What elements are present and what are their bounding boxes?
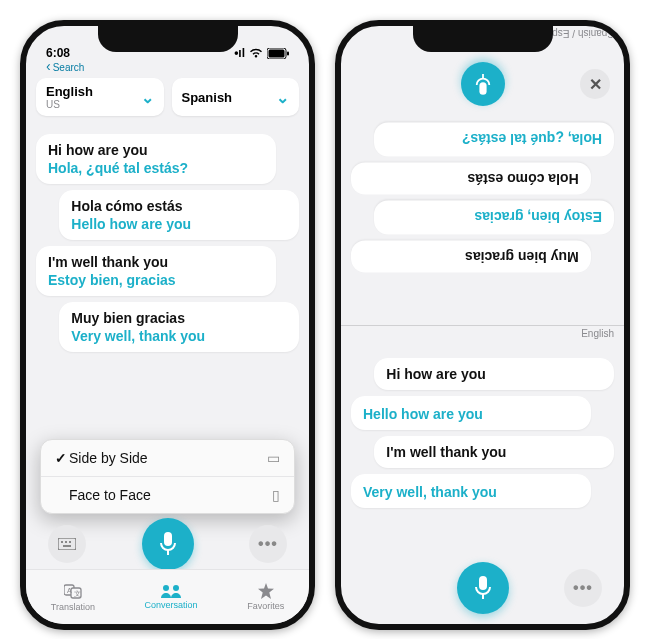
- message-bubble[interactable]: Hello how are you: [351, 396, 591, 430]
- source-lang-name: English: [46, 84, 93, 99]
- svg-rect-18: [479, 576, 487, 590]
- battery-icon: [267, 48, 289, 59]
- translation-icon: A文: [64, 582, 82, 600]
- original-text: Hola cómo estás: [71, 198, 287, 214]
- svg-rect-16: [479, 82, 486, 95]
- target-lang-name: Spanish: [182, 90, 233, 105]
- message-bubble[interactable]: I'm well thank you Estoy bien, gracias: [36, 246, 276, 296]
- translated-text: Hola, ¿qué tal estás?: [48, 160, 264, 176]
- tab-translation[interactable]: A文 Translation: [51, 582, 95, 612]
- view-mode-popup: ✓Side by Side ▭ Face to Face ▯: [40, 439, 295, 514]
- microphone-button[interactable]: [142, 518, 194, 570]
- notch: [98, 26, 238, 52]
- close-button[interactable]: ✕: [580, 69, 610, 99]
- keyboard-button[interactable]: [48, 525, 86, 563]
- message-bubble[interactable]: Hi how are you Hola, ¿qué tal estás?: [36, 134, 276, 184]
- original-text: I'm well thank you: [48, 254, 264, 270]
- popup-item-side-by-side[interactable]: ✓Side by Side ▭: [41, 440, 294, 476]
- svg-point-14: [163, 585, 169, 591]
- conversation-list: Hi how are you Hola, ¿qué tal estás? Hol…: [26, 124, 309, 362]
- phone-right: ✕ Muy bien gracias Estoy bien, gracias H…: [335, 20, 630, 630]
- message-bubble[interactable]: Hi how are you: [374, 358, 614, 390]
- svg-rect-5: [65, 541, 67, 543]
- microphone-button-top[interactable]: [461, 62, 505, 106]
- face-to-face-body: Muy bien gracias Estoy bien, gracias Hol…: [341, 26, 624, 624]
- message-bubble[interactable]: I'm well thank you: [374, 436, 614, 468]
- chevron-down-icon: ⌄: [141, 88, 154, 107]
- target-language-button[interactable]: Spanish ⌄: [172, 78, 300, 116]
- message-bubble[interactable]: Very well, thank you: [351, 474, 591, 508]
- source-lang-region: US: [46, 99, 93, 110]
- svg-rect-4: [61, 541, 63, 543]
- bottom-language-label: English: [581, 328, 614, 339]
- back-search-link[interactable]: Search: [26, 58, 309, 74]
- svg-rect-6: [69, 541, 71, 543]
- message-bubble[interactable]: Estoy bien, gracias: [374, 201, 614, 235]
- original-text: Muy bien gracias: [71, 310, 287, 326]
- tab-conversation[interactable]: Conversation: [145, 584, 198, 610]
- face-to-face-bottom-controls: •••: [341, 562, 624, 614]
- more-button[interactable]: •••: [249, 525, 287, 563]
- svg-text:文: 文: [74, 590, 81, 597]
- svg-rect-3: [58, 538, 76, 550]
- notch: [413, 26, 553, 52]
- side-by-side-icon: ▭: [267, 450, 280, 466]
- translated-text: Hello how are you: [71, 216, 287, 232]
- wifi-icon: [249, 48, 263, 58]
- tab-label: Translation: [51, 602, 95, 612]
- tab-label: Favorites: [247, 601, 284, 611]
- message-bubble[interactable]: Hola cómo estás Hello how are you: [59, 190, 299, 240]
- language-selector-row: English US ⌄ Spanish ⌄: [26, 74, 309, 124]
- checkmark-icon: ✓: [55, 450, 69, 466]
- source-language-button[interactable]: English US ⌄: [36, 78, 164, 116]
- svg-text:A: A: [67, 587, 72, 594]
- original-text: Hi how are you: [48, 142, 264, 158]
- cell-signal-icon: •ıl: [234, 46, 245, 60]
- message-bubble[interactable]: Muy bien gracias: [351, 241, 591, 273]
- message-bubble[interactable]: Hola cómo estás: [351, 163, 591, 195]
- popup-item-face-to-face[interactable]: Face to Face ▯: [41, 476, 294, 513]
- translated-text: Very well, thank you: [71, 328, 287, 344]
- tab-bar: A文 Translation Conversation Favorites: [26, 569, 309, 624]
- more-button[interactable]: •••: [564, 569, 602, 607]
- chevron-down-icon: ⌄: [276, 88, 289, 107]
- translated-text: Estoy bien, gracias: [48, 272, 264, 288]
- message-bubble[interactable]: Hola, ¿qué tal estás?: [374, 123, 614, 157]
- message-bubble[interactable]: Muy bien gracias Very well, thank you: [59, 302, 299, 352]
- svg-rect-8: [164, 532, 172, 546]
- svg-point-15: [173, 585, 179, 591]
- face-to-face-icon: ▯: [272, 487, 280, 503]
- phone-left: 6:08 •ıl Search English US ⌄ Spanish ⌄: [20, 20, 315, 630]
- svg-rect-7: [63, 545, 71, 547]
- microphone-button-bottom[interactable]: [457, 562, 509, 614]
- conversation-icon: [161, 584, 181, 598]
- star-icon: [258, 583, 274, 599]
- tab-favorites[interactable]: Favorites: [247, 583, 284, 611]
- face-to-face-top-controls: ✕: [341, 62, 624, 106]
- svg-rect-2: [287, 51, 289, 55]
- tab-label: Conversation: [145, 600, 198, 610]
- bottom-controls: •••: [26, 518, 309, 570]
- svg-rect-1: [269, 49, 285, 57]
